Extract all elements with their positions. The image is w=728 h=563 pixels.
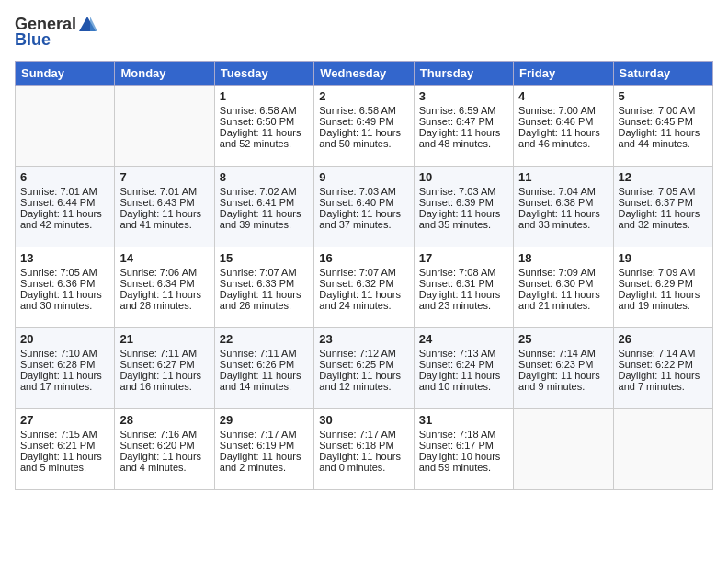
calendar-week-3: 13Sunrise: 7:05 AMSunset: 6:36 PMDayligh… xyxy=(16,247,713,327)
day-number: 26 xyxy=(619,332,708,346)
day-info: Sunrise: 7:04 AM xyxy=(518,186,608,197)
day-info: Sunrise: 7:17 AM xyxy=(220,429,309,440)
day-info: Daylight: 11 hours and 2 minutes. xyxy=(220,451,309,473)
day-info: Sunset: 6:29 PM xyxy=(619,278,708,289)
day-info: Sunrise: 7:08 AM xyxy=(419,267,508,278)
day-info: Daylight: 11 hours and 7 minutes. xyxy=(619,370,708,392)
day-number: 3 xyxy=(419,89,508,103)
weekday-header-thursday: Thursday xyxy=(414,61,513,85)
calendar-cell: 10Sunrise: 7:03 AMSunset: 6:39 PMDayligh… xyxy=(414,166,513,247)
day-info: Daylight: 11 hours and 26 minutes. xyxy=(220,289,309,311)
calendar-cell: 28Sunrise: 7:16 AMSunset: 6:20 PMDayligh… xyxy=(115,408,214,489)
day-info: Sunset: 6:28 PM xyxy=(20,359,109,370)
day-number: 28 xyxy=(119,413,209,427)
day-number: 11 xyxy=(518,170,608,184)
calendar-cell: 15Sunrise: 7:07 AMSunset: 6:33 PMDayligh… xyxy=(214,247,313,327)
day-info: Sunset: 6:41 PM xyxy=(220,197,309,208)
svg-marker-1 xyxy=(90,17,97,31)
calendar-cell: 24Sunrise: 7:13 AMSunset: 6:24 PMDayligh… xyxy=(414,327,513,408)
day-info: Sunset: 6:20 PM xyxy=(119,440,209,451)
day-info: Sunset: 6:30 PM xyxy=(518,278,608,289)
weekday-header-sunday: Sunday xyxy=(16,61,115,85)
weekday-header-tuesday: Tuesday xyxy=(214,61,313,85)
day-info: Daylight: 11 hours and 0 minutes. xyxy=(319,451,408,473)
day-info: Sunset: 6:25 PM xyxy=(319,359,408,370)
calendar-cell: 25Sunrise: 7:14 AMSunset: 6:23 PMDayligh… xyxy=(514,327,613,408)
day-info: Sunset: 6:34 PM xyxy=(119,278,209,289)
day-info: Sunrise: 7:15 AM xyxy=(20,429,109,440)
day-info: Daylight: 11 hours and 17 minutes. xyxy=(20,370,109,392)
calendar-cell: 20Sunrise: 7:10 AMSunset: 6:28 PMDayligh… xyxy=(16,327,115,408)
day-info: Daylight: 11 hours and 14 minutes. xyxy=(220,370,309,392)
day-info: Daylight: 11 hours and 32 minutes. xyxy=(619,208,708,230)
calendar-cell: 9Sunrise: 7:03 AMSunset: 6:40 PMDaylight… xyxy=(314,166,414,247)
day-info: Sunset: 6:50 PM xyxy=(220,116,309,127)
calendar-week-2: 6Sunrise: 7:01 AMSunset: 6:44 PMDaylight… xyxy=(16,166,713,247)
day-number: 13 xyxy=(20,251,109,265)
day-info: Sunrise: 7:06 AM xyxy=(119,267,209,278)
day-info: Sunset: 6:47 PM xyxy=(419,116,508,127)
day-info: Sunset: 6:31 PM xyxy=(419,278,508,289)
calendar-cell: 11Sunrise: 7:04 AMSunset: 6:38 PMDayligh… xyxy=(514,166,613,247)
calendar-cell: 31Sunrise: 7:18 AMSunset: 6:17 PMDayligh… xyxy=(414,408,513,489)
day-info: Daylight: 11 hours and 28 minutes. xyxy=(119,289,209,311)
calendar-cell: 7Sunrise: 7:01 AMSunset: 6:43 PMDaylight… xyxy=(115,166,214,247)
day-number: 2 xyxy=(319,89,408,103)
day-number: 4 xyxy=(518,89,608,103)
day-number: 17 xyxy=(419,251,508,265)
day-info: Daylight: 11 hours and 41 minutes. xyxy=(119,208,209,230)
day-info: Sunrise: 7:11 AM xyxy=(119,348,209,359)
day-info: Daylight: 11 hours and 44 minutes. xyxy=(619,127,708,149)
day-info: Sunrise: 7:05 AM xyxy=(20,267,109,278)
day-number: 16 xyxy=(319,251,408,265)
day-info: Sunrise: 7:07 AM xyxy=(319,267,408,278)
calendar-cell: 13Sunrise: 7:05 AMSunset: 6:36 PMDayligh… xyxy=(16,247,115,327)
day-number: 20 xyxy=(20,332,109,346)
day-info: Daylight: 10 hours and 59 minutes. xyxy=(419,451,508,473)
day-number: 31 xyxy=(419,413,508,427)
day-info: Sunset: 6:17 PM xyxy=(419,440,508,451)
calendar-cell: 21Sunrise: 7:11 AMSunset: 6:27 PMDayligh… xyxy=(115,327,214,408)
calendar-cell: 27Sunrise: 7:15 AMSunset: 6:21 PMDayligh… xyxy=(16,408,115,489)
day-info: Daylight: 11 hours and 46 minutes. xyxy=(518,127,608,149)
calendar-week-1: 1Sunrise: 6:58 AMSunset: 6:50 PMDaylight… xyxy=(16,85,713,166)
calendar-cell: 6Sunrise: 7:01 AMSunset: 6:44 PMDaylight… xyxy=(16,166,115,247)
day-info: Sunrise: 7:09 AM xyxy=(518,267,608,278)
calendar-table: SundayMondayTuesdayWednesdayThursdayFrid… xyxy=(15,61,713,490)
calendar-week-5: 27Sunrise: 7:15 AMSunset: 6:21 PMDayligh… xyxy=(16,408,713,489)
weekday-header-monday: Monday xyxy=(115,61,214,85)
day-number: 23 xyxy=(319,332,408,346)
day-info: Sunset: 6:33 PM xyxy=(220,278,309,289)
calendar-cell: 17Sunrise: 7:08 AMSunset: 6:31 PMDayligh… xyxy=(414,247,513,327)
calendar-cell xyxy=(115,85,214,166)
day-info: Sunrise: 7:10 AM xyxy=(20,348,109,359)
day-info: Sunset: 6:43 PM xyxy=(119,197,209,208)
day-number: 15 xyxy=(220,251,309,265)
day-info: Sunrise: 7:07 AM xyxy=(220,267,309,278)
calendar-cell xyxy=(514,408,613,489)
calendar-cell: 12Sunrise: 7:05 AMSunset: 6:37 PMDayligh… xyxy=(613,166,712,247)
calendar-cell: 14Sunrise: 7:06 AMSunset: 6:34 PMDayligh… xyxy=(115,247,214,327)
day-info: Sunrise: 7:09 AM xyxy=(619,267,708,278)
day-info: Sunrise: 7:16 AM xyxy=(119,429,209,440)
calendar-cell: 22Sunrise: 7:11 AMSunset: 6:26 PMDayligh… xyxy=(214,327,313,408)
day-number: 12 xyxy=(619,170,708,184)
logo-blue: Blue xyxy=(15,30,51,49)
day-info: Sunrise: 6:58 AM xyxy=(220,105,309,116)
day-info: Daylight: 11 hours and 23 minutes. xyxy=(419,289,508,311)
day-number: 29 xyxy=(220,413,309,427)
day-number: 27 xyxy=(20,413,109,427)
day-number: 21 xyxy=(119,332,209,346)
weekday-header-friday: Friday xyxy=(514,61,613,85)
day-info: Sunset: 6:24 PM xyxy=(419,359,508,370)
day-info: Sunset: 6:49 PM xyxy=(319,116,408,127)
day-info: Sunset: 6:32 PM xyxy=(319,278,408,289)
day-info: Daylight: 11 hours and 5 minutes. xyxy=(20,451,109,473)
day-info: Sunset: 6:45 PM xyxy=(619,116,708,127)
page-header: General Blue xyxy=(15,15,713,50)
calendar-header-row: SundayMondayTuesdayWednesdayThursdayFrid… xyxy=(16,61,713,85)
day-info: Sunrise: 7:14 AM xyxy=(518,348,608,359)
day-info: Sunrise: 7:12 AM xyxy=(319,348,408,359)
day-info: Sunrise: 7:13 AM xyxy=(419,348,508,359)
day-number: 24 xyxy=(419,332,508,346)
